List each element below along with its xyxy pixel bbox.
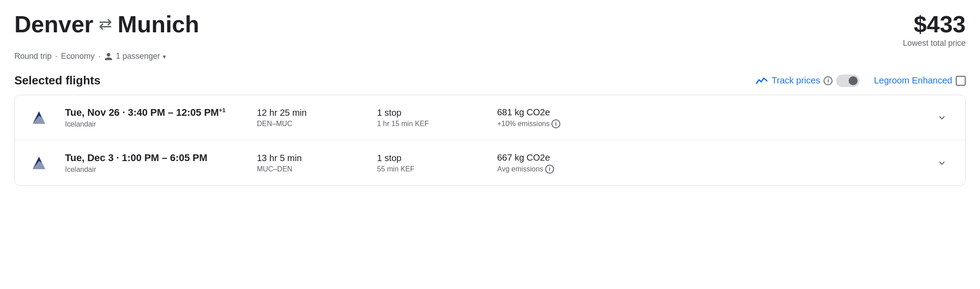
flight-row: Tue, Nov 26 · 3:40 PM – 12:05 PM+1 Icela…: [15, 95, 965, 140]
page-header: Denver ⇄ Munich $433 Lowest total price: [14, 11, 966, 48]
flight1-emissions-detail: +10% emissions i: [497, 119, 931, 128]
track-prices-icon: [755, 74, 768, 87]
flight2-date: Tue, Dec 3 · 1:00 PM – 6:05 PM: [65, 152, 208, 163]
airline-logo: [27, 106, 51, 129]
legroom-label: Legroom Enhanced: [874, 75, 952, 86]
passenger-chevron-icon: ▾: [163, 53, 166, 60]
header-actions: Track prices i Legroom Enhanced: [755, 74, 966, 87]
stops-info: 1 stop 1 hr 15 min KEF: [377, 108, 476, 128]
flight-duration: 13 hr 5 min MUC–DEN: [257, 153, 356, 173]
selected-flights-header: Selected flights Track prices i Legroom …: [14, 74, 966, 88]
emissions-info-icon[interactable]: i: [545, 165, 554, 174]
track-prices-button[interactable]: Track prices i: [755, 74, 859, 87]
flight2-emissions: 667 kg CO2e: [497, 153, 931, 163]
separator-2: ·: [98, 52, 100, 61]
toggle-thumb: [849, 76, 858, 85]
flight1-stops: 1 stop: [377, 108, 476, 118]
passenger-selector[interactable]: 1 passenger ▾: [104, 52, 166, 61]
flight2-emissions-detail: Avg emissions i: [497, 165, 931, 174]
separator-1: ·: [55, 52, 57, 61]
track-prices-label: Track prices: [772, 75, 820, 86]
track-prices-toggle[interactable]: [836, 74, 859, 87]
total-price: $433: [903, 11, 966, 38]
airline-logo: [27, 151, 51, 175]
flights-container: Tue, Nov 26 · 3:40 PM – 12:05 PM+1 Icela…: [14, 95, 966, 186]
price-label: Lowest total price: [903, 39, 966, 48]
route-arrow-icon: ⇄: [99, 15, 112, 34]
time-range: Tue, Nov 26 · 3:40 PM – 12:05 PM+1: [65, 107, 235, 118]
flight1-date: Tue, Nov 26 · 3:40 PM – 12:05 PM: [65, 107, 219, 118]
emissions-info: 667 kg CO2e Avg emissions i: [497, 153, 931, 174]
flight1-duration: 12 hr 25 min: [257, 108, 356, 118]
flight1-next-day: +1: [219, 107, 225, 114]
price-block: $433 Lowest total price: [903, 11, 966, 48]
origin: Denver: [14, 11, 93, 38]
destination: Munich: [117, 11, 199, 38]
selected-flights-title: Selected flights: [14, 74, 100, 88]
flight2-expand-button[interactable]: [931, 152, 953, 174]
stops-info: 1 stop 55 min KEF: [377, 153, 476, 173]
flight1-stop-detail: 1 hr 15 min KEF: [377, 120, 476, 128]
emissions-info: 681 kg CO2e +10% emissions i: [497, 107, 931, 128]
flight2-duration: 13 hr 5 min: [257, 153, 356, 163]
flight1-expand-button[interactable]: [931, 107, 953, 128]
flight1-emissions-text: +10% emissions: [497, 120, 550, 128]
flight2-stops: 1 stop: [377, 153, 476, 163]
flight-duration: 12 hr 25 min DEN–MUC: [257, 108, 356, 128]
emissions-info-icon[interactable]: i: [551, 119, 560, 128]
flight2-airline: Icelandair: [65, 166, 235, 174]
flight-row: Tue, Dec 3 · 1:00 PM – 6:05 PM Icelandai…: [15, 140, 965, 185]
chevron-down-icon: [937, 158, 947, 168]
trip-type: Round trip: [14, 52, 52, 61]
flight1-airline: Icelandair: [65, 120, 235, 128]
flight1-emissions: 681 kg CO2e: [497, 107, 931, 118]
icelandair-logo-icon: [29, 108, 49, 127]
flight2-emissions-text: Avg emissions: [497, 165, 543, 173]
icelandair-logo-icon: [29, 153, 49, 173]
flight2-route: MUC–DEN: [257, 165, 356, 173]
legroom-checkbox[interactable]: [956, 76, 966, 86]
route-title: Denver ⇄ Munich: [14, 11, 199, 38]
legroom-enhanced-button[interactable]: Legroom Enhanced: [874, 75, 966, 86]
chevron-down-icon: [937, 112, 947, 123]
cabin-class: Economy: [61, 52, 95, 61]
flight1-route: DEN–MUC: [257, 120, 356, 128]
passenger-icon: [104, 52, 113, 61]
trip-meta: Round trip · Economy · 1 passenger ▾: [14, 52, 966, 61]
track-prices-info-icon[interactable]: i: [824, 76, 833, 85]
time-range: Tue, Dec 3 · 1:00 PM – 6:05 PM: [65, 152, 235, 164]
flight-times: Tue, Dec 3 · 1:00 PM – 6:05 PM Icelandai…: [65, 152, 235, 174]
flight2-stop-detail: 55 min KEF: [377, 165, 476, 173]
passenger-count: 1 passenger: [116, 52, 160, 61]
flight-times: Tue, Nov 26 · 3:40 PM – 12:05 PM+1 Icela…: [65, 107, 235, 128]
